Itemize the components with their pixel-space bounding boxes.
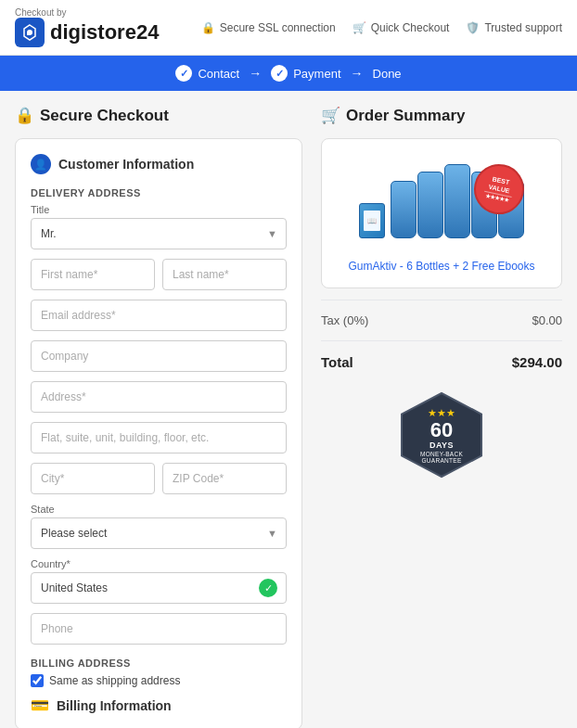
state-group: State Please select Alabama Alaska Arizo… bbox=[31, 504, 287, 549]
main-content: 🔒 Secure Checkout 👤 Customer Information… bbox=[0, 91, 577, 728]
customer-icon: 👤 bbox=[31, 154, 51, 174]
divider-2 bbox=[321, 340, 562, 341]
checkout-badge: 🛒 Quick Checkout bbox=[353, 21, 450, 34]
title-select-wrapper: Mr. Mrs. Ms. Dr. ▼ bbox=[31, 218, 287, 249]
state-label: State bbox=[31, 504, 287, 515]
cart-icon: 🛒 bbox=[353, 21, 366, 34]
arrow-icon-1: → bbox=[249, 66, 262, 81]
ssl-badge: 🔒 Secure SSL connection bbox=[201, 21, 336, 34]
bottle-2 bbox=[417, 172, 443, 238]
city-group bbox=[31, 463, 155, 494]
product-bottles-group: 📖 BEST VALUE bbox=[359, 164, 524, 238]
customer-info-label: Customer Information bbox=[58, 157, 194, 172]
phone-input[interactable] bbox=[31, 613, 287, 645]
ebook1: 📖 bbox=[359, 203, 385, 238]
email-input[interactable] bbox=[31, 300, 287, 331]
billing-info-header: 💳 Billing Information bbox=[31, 696, 287, 714]
city-zip-row bbox=[31, 463, 287, 494]
address2-input[interactable] bbox=[31, 422, 287, 453]
title-field-label: Title bbox=[31, 204, 287, 215]
last-name-input[interactable] bbox=[162, 259, 287, 290]
company-group bbox=[31, 340, 287, 372]
email-group bbox=[31, 300, 287, 331]
header: Checkout by digistore24 🔒 Secure SSL con… bbox=[0, 0, 577, 56]
logo-area: Checkout by digistore24 bbox=[15, 7, 159, 47]
support-badge: 🛡️ Trusted support bbox=[466, 21, 562, 34]
total-row: Total $294.00 bbox=[321, 349, 562, 376]
secure-checkout-title: 🔒 Secure Checkout bbox=[15, 106, 302, 125]
form-card: 👤 Customer Information DELIVERY ADDRESS … bbox=[15, 138, 302, 728]
product-name: GumAktiv - 6 Bottles + 2 Free Ebooks bbox=[333, 260, 550, 273]
payment-check-icon: ✓ bbox=[271, 65, 288, 82]
title-select[interactable]: Mr. Mrs. Ms. Dr. bbox=[31, 218, 287, 249]
guarantee-line1: MONEY-BACK bbox=[420, 451, 463, 457]
hexagon-content: ★★★ 60 DAYS MONEY-BACK GUARANTEE bbox=[420, 407, 463, 464]
title-field-group: Title Mr. Mrs. Ms. Dr. ▼ bbox=[31, 204, 287, 249]
country-select-wrapper: United States Canada United Kingdom Aust… bbox=[31, 572, 287, 604]
tax-value: $0.00 bbox=[532, 313, 562, 327]
left-column: 🔒 Secure Checkout 👤 Customer Information… bbox=[15, 106, 302, 728]
product-image-container: 📖 BEST VALUE bbox=[333, 150, 550, 252]
guarantee-badge-container: ★★★ 60 DAYS MONEY-BACK GUARANTEE bbox=[321, 389, 562, 481]
zip-input[interactable] bbox=[162, 463, 287, 494]
progress-step-payment: ✓ Payment bbox=[271, 65, 340, 82]
country-label: Country* bbox=[31, 558, 287, 569]
tax-label: Tax (0%) bbox=[321, 313, 368, 327]
billing-section: BILLING ADDRESS Same as shipping address… bbox=[31, 658, 287, 714]
same-as-shipping-label: Same as shipping address bbox=[49, 674, 180, 687]
right-column: 🛒 Order Summary 📖 bbox=[302, 106, 562, 728]
ebooks-group: 📖 bbox=[359, 203, 385, 238]
progress-bar: ✓ Contact → ✓ Payment → Done bbox=[0, 56, 577, 91]
trust-badges: 🔒 Secure SSL connection 🛒 Quick Checkout… bbox=[201, 21, 562, 34]
city-input[interactable] bbox=[31, 463, 155, 494]
state-select-wrapper: Please select Alabama Alaska Arizona Cal… bbox=[31, 517, 287, 549]
shield-icon: 🛡️ bbox=[466, 21, 480, 34]
billing-card-icon: 💳 bbox=[31, 696, 49, 714]
tax-row: Tax (0%) $0.00 bbox=[321, 308, 562, 333]
guarantee-days-label: DAYS bbox=[430, 441, 454, 450]
contact-check-icon: ✓ bbox=[175, 65, 192, 82]
hexagon-container: ★★★ 60 DAYS MONEY-BACK GUARANTEE bbox=[395, 389, 488, 481]
progress-step-contact: ✓ Contact bbox=[175, 65, 239, 82]
bottle-3 bbox=[444, 164, 470, 238]
logo-icon bbox=[15, 18, 45, 47]
first-name-group bbox=[31, 259, 155, 290]
country-verified-icon: ✓ bbox=[259, 579, 277, 597]
last-name-group bbox=[162, 259, 287, 290]
lock-icon: 🔒 bbox=[201, 21, 215, 34]
billing-info-label: Billing Information bbox=[57, 698, 172, 713]
same-as-shipping-checkbox[interactable] bbox=[31, 674, 44, 687]
country-group: Country* United States Canada United Kin… bbox=[31, 558, 287, 604]
cart-summary-icon: 🛒 bbox=[321, 106, 340, 125]
zip-group bbox=[162, 463, 287, 494]
country-select[interactable]: United States Canada United Kingdom Aust… bbox=[31, 572, 287, 604]
name-row bbox=[31, 259, 287, 290]
guarantee-stars: ★★★ bbox=[428, 407, 455, 419]
checkout-by-label: Checkout by bbox=[15, 7, 159, 18]
state-select[interactable]: Please select Alabama Alaska Arizona Cal… bbox=[31, 517, 287, 549]
brand-logo: digistore24 bbox=[15, 18, 159, 47]
first-name-input[interactable] bbox=[31, 259, 155, 290]
progress-step-done: Done bbox=[373, 67, 402, 81]
product-area: 📖 BEST VALUE bbox=[321, 138, 562, 288]
phone-group bbox=[31, 613, 287, 645]
bottle-1 bbox=[391, 181, 417, 238]
logo-text: digistore24 bbox=[50, 20, 159, 45]
delivery-address-label: DELIVERY ADDRESS bbox=[31, 187, 287, 198]
billing-address-label: BILLING ADDRESS bbox=[31, 658, 287, 669]
total-label: Total bbox=[321, 354, 353, 370]
address-group bbox=[31, 381, 287, 413]
divider-1 bbox=[321, 300, 562, 300]
same-as-shipping-row: Same as shipping address bbox=[31, 674, 287, 687]
ebook1-cover: 📖 bbox=[364, 211, 380, 231]
address2-group bbox=[31, 422, 287, 453]
guarantee-days: 60 bbox=[430, 420, 453, 441]
guarantee-line2: GUARANTEE bbox=[421, 457, 461, 464]
total-value: $294.00 bbox=[512, 354, 562, 370]
arrow-icon-2: → bbox=[351, 66, 364, 81]
address-input[interactable] bbox=[31, 381, 287, 413]
customer-info-header: 👤 Customer Information bbox=[31, 154, 287, 174]
company-input[interactable] bbox=[31, 340, 287, 372]
order-summary-title: 🛒 Order Summary bbox=[321, 106, 562, 125]
lock-secure-icon: 🔒 bbox=[15, 106, 34, 125]
